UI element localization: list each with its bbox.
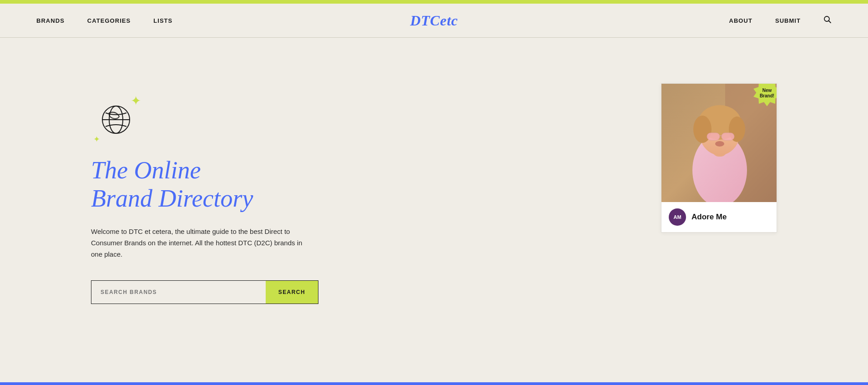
sparkle-small-icon: ✦ (93, 135, 100, 143)
new-brand-badge-text: NewBrand! (760, 88, 774, 99)
brand-card[interactable]: NewBrand! AM Adore Me (661, 83, 777, 233)
bottom-accent-bar (0, 382, 868, 385)
svg-point-16 (715, 141, 724, 147)
top-accent-bar (0, 0, 868, 4)
brand-name: Adore Me (691, 213, 727, 222)
svg-rect-13 (707, 133, 720, 140)
nav-link-submit[interactable]: SUBMIT (775, 17, 801, 24)
globe-icon (100, 104, 132, 136)
headline-line2: Brand Directory (91, 185, 253, 212)
nav-link-lists[interactable]: LISTS (153, 17, 172, 24)
svg-rect-14 (722, 133, 734, 140)
sparkle-large-icon: ✦ (131, 95, 141, 107)
nav-right-links: ABOUT SUBMIT (729, 15, 832, 26)
hero-left: ✦ ✦ The Online Brand Directory Welcome t… (91, 74, 318, 304)
brand-card-image: NewBrand! (661, 84, 777, 202)
search-input[interactable] (91, 281, 266, 304)
decorative-globe-area: ✦ ✦ (91, 92, 146, 147)
hero-description: Welcome to DTC et cetera, the ultimate g… (91, 226, 309, 260)
nav-link-brands[interactable]: BRANDS (36, 17, 65, 24)
brand-card-footer: AM Adore Me (661, 202, 777, 232)
hero-headline: The Online Brand Directory (91, 156, 318, 213)
search-icon[interactable] (823, 15, 832, 26)
nav-link-categories[interactable]: CATEGORIES (87, 17, 131, 24)
search-button[interactable]: SEARCH (266, 281, 318, 304)
svg-line-1 (829, 20, 831, 23)
site-logo-area: DTCetc (410, 12, 458, 29)
nav-link-about[interactable]: ABOUT (729, 17, 752, 24)
nav-left-links: BRANDS CATEGORIES LISTS (36, 17, 172, 24)
headline-line1: The Online (91, 157, 201, 184)
search-bar: SEARCH (91, 280, 318, 304)
main-navbar: BRANDS CATEGORIES LISTS DTCetc ABOUT SUB… (0, 4, 868, 38)
main-content: ✦ ✦ The Online Brand Directory Welcome t… (0, 38, 868, 384)
site-title[interactable]: DTCetc (410, 12, 458, 29)
hero-right: NewBrand! AM Adore Me (661, 74, 777, 233)
brand-avatar: AM (669, 208, 686, 226)
